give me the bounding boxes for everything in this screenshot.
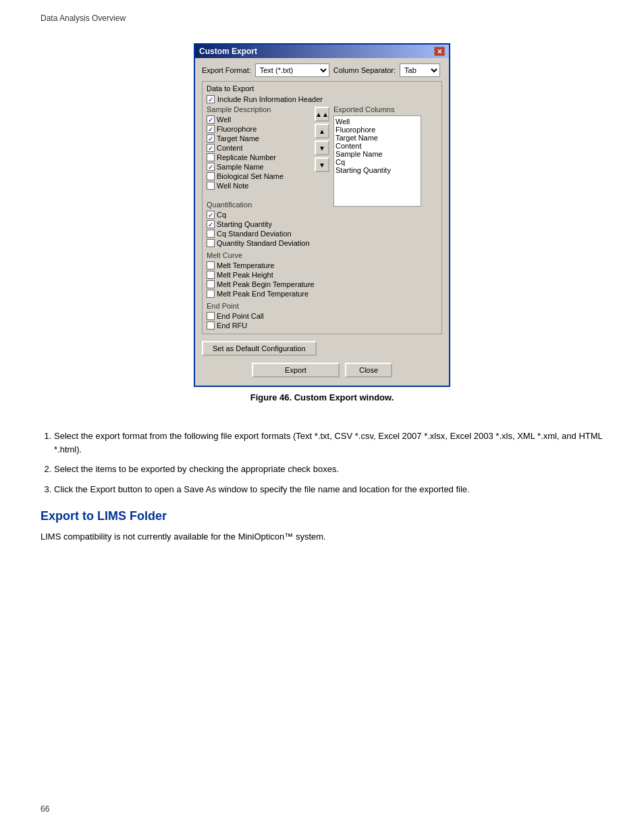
cb-sample-name[interactable] — [207, 163, 215, 171]
end-point-section: End Point End Point Call End RFU — [207, 302, 437, 330]
dialog-body: Export Format: Text (*.txt) CSV (*.csv) … — [195, 58, 449, 386]
melt-cb-melt-peak-begin[interactable]: Melt Peak Begin Temperature — [207, 280, 437, 288]
default-config-row: Set as Default Configuration — [202, 338, 442, 359]
page-header: Data Analysis Overview — [41, 14, 603, 23]
sample-description-checkbox-fluorophore[interactable]: Fluorophore — [207, 125, 311, 133]
quantification-section: Quantification Cq Starting Quantity Cq S… — [207, 201, 437, 247]
cb-qty-std-dev[interactable] — [207, 239, 215, 247]
exported-col-target-name: Target Name — [336, 134, 419, 142]
cb-melt-peak-height[interactable] — [207, 271, 215, 279]
cb-bio-set[interactable] — [207, 172, 215, 180]
export-lims-text: LIMS compatibility is not currently avai… — [41, 530, 603, 544]
cb-melt-peak-end[interactable] — [207, 290, 215, 298]
cb-well[interactable] — [207, 115, 215, 124]
sample-description-checkbox-content[interactable]: Content — [207, 144, 311, 152]
melt-curve-section: Melt Curve Melt Temperature Melt Peak He… — [207, 251, 437, 298]
column-separator-label: Column Separator: — [333, 66, 396, 74]
columns-layout: Sample Description Well Fluorophore Targ… — [207, 105, 437, 197]
move-up-button[interactable]: ▲ — [315, 124, 329, 138]
exported-columns-label: Exported Columns — [333, 105, 437, 113]
quant-checkbox-qty-std-dev[interactable]: Quantity Standard Deviation — [207, 239, 437, 247]
export-format-select[interactable]: Text (*.txt) CSV (*.csv) Excel 2007 (*.x… — [255, 63, 329, 77]
cb-endpoint-call[interactable] — [207, 312, 215, 320]
cb-melt-temp[interactable] — [207, 261, 215, 269]
include-run-info-label: Include Run Information Header — [217, 95, 323, 103]
quant-checkbox-starting-qty[interactable]: Starting Quantity — [207, 220, 437, 228]
sample-description-checkbox-replicate[interactable]: Replicate Number — [207, 153, 311, 161]
exported-col-well: Well — [336, 118, 419, 126]
cb-replicate[interactable] — [207, 153, 215, 161]
export-format-label: Export Format: — [202, 66, 251, 74]
melt-curve-label: Melt Curve — [207, 251, 437, 259]
cb-end-rfu[interactable] — [207, 321, 215, 330]
cb-content[interactable] — [207, 144, 215, 152]
move-down-bottom-button[interactable]: ▼ — [315, 157, 329, 172]
cb-target-name[interactable] — [207, 134, 215, 142]
exported-col-fluorophore: Fluorophore — [336, 126, 419, 134]
end-cb-end-rfu[interactable]: End RFU — [207, 321, 437, 330]
exported-col-sample-name: Sample Name — [336, 150, 419, 158]
sample-description-checkbox-sample-name[interactable]: Sample Name — [207, 163, 311, 171]
move-down-button[interactable]: ▼ — [315, 140, 329, 155]
melt-cb-melt-peak-end[interactable]: Melt Peak End Temperature — [207, 290, 437, 298]
cb-well-note[interactable] — [207, 182, 215, 190]
exported-col-starting-qty: Starting Quantity — [336, 166, 419, 174]
melt-cb-melt-temp[interactable]: Melt Temperature — [207, 261, 437, 269]
exported-columns-box: Well Fluorophore Target Name Content Sam… — [333, 115, 421, 207]
export-format-row: Export Format: Text (*.txt) CSV (*.csv) … — [202, 63, 442, 77]
sample-description-label: Sample Description — [207, 105, 311, 113]
exported-col-cq: Cq — [336, 158, 419, 166]
step-3: Click the Export button to open a Save A… — [54, 483, 603, 496]
cb-melt-peak-begin[interactable] — [207, 280, 215, 288]
step-1: Select the export format from the follow… — [54, 429, 603, 456]
figure-container: Custom Export ✕ Export Format: Text (*.t… — [41, 43, 603, 416]
dialog-titlebar: Custom Export ✕ — [195, 45, 449, 58]
data-to-export-section: Data to Export Include Run Information H… — [202, 81, 442, 334]
include-run-info-row: Include Run Information Header — [207, 95, 437, 103]
include-run-info-checkbox[interactable] — [207, 95, 215, 103]
close-button[interactable]: Close — [345, 363, 392, 377]
cb-cq-std-dev[interactable] — [207, 230, 215, 238]
export-button[interactable]: Export — [252, 363, 340, 377]
set-default-config-button[interactable]: Set as Default Configuration — [202, 341, 317, 356]
sample-description-checkbox-well-note[interactable]: Well Note — [207, 182, 311, 190]
export-lims-heading: Export to LIMS Folder — [41, 509, 603, 523]
steps-list: Select the export format from the follow… — [54, 429, 603, 496]
cb-cq[interactable] — [207, 211, 215, 219]
exported-columns-col: Exported Columns Well Fluorophore Target… — [333, 105, 437, 197]
dialog-buttons: Export Close — [202, 359, 442, 380]
quant-checkbox-cq[interactable]: Cq — [207, 211, 437, 219]
step-2: Select the items to be exported by check… — [54, 463, 603, 476]
close-icon[interactable]: ✕ — [434, 47, 445, 56]
end-cb-endpoint-call[interactable]: End Point Call — [207, 312, 437, 320]
sample-description-col: Sample Description Well Fluorophore Targ… — [207, 105, 311, 197]
page-number: 66 — [41, 804, 49, 814]
custom-export-dialog: Custom Export ✕ Export Format: Text (*.t… — [194, 43, 450, 387]
sample-description-checkbox-target-name[interactable]: Target Name — [207, 134, 311, 142]
move-up-top-button[interactable]: ▲▲ — [315, 107, 329, 122]
end-point-label: End Point — [207, 302, 437, 310]
sample-description-checkbox-well[interactable]: Well — [207, 115, 311, 124]
quant-checkbox-cq-std-dev[interactable]: Cq Standard Deviation — [207, 230, 437, 238]
melt-cb-melt-peak-height[interactable]: Melt Peak Height — [207, 271, 437, 279]
arrow-buttons-col: ▲▲ ▲ ▼ ▼ — [315, 105, 329, 197]
exported-col-content: Content — [336, 142, 419, 150]
dialog-title: Custom Export — [199, 47, 257, 56]
sample-description-checkbox-bio-set[interactable]: Biological Set Name — [207, 172, 311, 180]
data-to-export-label: Data to Export — [207, 84, 437, 93]
cb-fluorophore[interactable] — [207, 125, 215, 133]
figure-caption: Figure 46. Custom Export window. — [250, 392, 394, 402]
column-separator-select[interactable]: Tab Comma Semicolon — [400, 63, 440, 77]
cb-starting-qty[interactable] — [207, 220, 215, 228]
